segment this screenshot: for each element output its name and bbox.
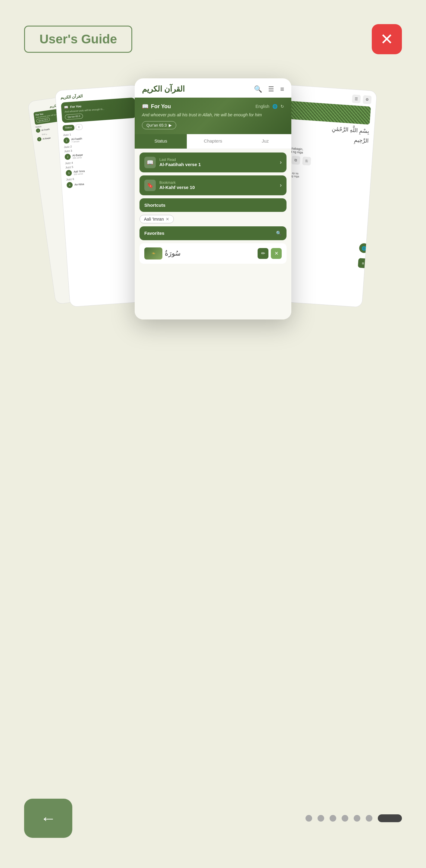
far-left-ref-btn[interactable]: Qur'an 65:3 [36,117,50,123]
surah-icon: ❧ [152,250,156,256]
dot-1[interactable] [305,815,312,822]
dot-5[interactable] [354,815,360,822]
favorites-label: Favorites [144,230,164,236]
left-card-num-4: 4 [67,182,73,188]
dot-3[interactable] [330,815,336,822]
language-label: English [256,104,269,109]
globe-icon: 🌐 [272,104,277,109]
left-card-item-2-text: Al-Baqar 286 verse [72,153,83,159]
tab-chapters[interactable]: Chapters [187,134,239,149]
dot-4[interactable] [342,815,348,822]
far-left-chapter-2: Al-Baqar [42,136,51,140]
far-left-num-1: 1 [36,128,40,133]
surah-content: ❧ سُورَةُ [144,247,181,259]
users-guide-button[interactable]: User's Guide [24,26,132,53]
bookmark-icon: 🔖 [144,180,156,191]
bookmark-label: Bookmark [159,181,195,185]
last-read-card[interactable]: 📖 Last Read Al-Faatihah verse 1 › [139,153,287,173]
tab-status[interactable]: Status [135,134,187,149]
right-card-icon-1[interactable]: ☰ [352,94,361,103]
tag-chip-row: Aali 'Imran ✕ [139,215,287,223]
refresh-icon[interactable]: ↻ [281,104,284,109]
left-card-ref-btn[interactable]: Qur'an 65:3 [65,113,83,120]
left-card-num-3: 3 [66,170,72,176]
for-you-right: English 🌐 ↻ [256,104,284,109]
for-you-label: For You [151,103,171,110]
shortcuts-label: Shortcuts [144,203,165,208]
left-card-num-2: 2 [64,154,71,160]
book-icon: 📖 [142,103,149,110]
surah-actions: ✏ ✕ [258,248,282,259]
bookmark-left: 🔖 Bookmark Al-Kahf verse 10 [144,180,195,191]
right-card-icon-2[interactable]: ⚙ [363,95,372,104]
left-card-for-you-label: For You [70,104,81,109]
shortcuts-section: Shortcuts [139,198,287,212]
bookmark-info: Bookmark Al-Kahf verse 10 [159,181,195,190]
for-you-verse: And whoever puts all his trust in Allah,… [142,112,284,118]
dot-7-active[interactable] [378,814,402,822]
right-card-action-2[interactable]: ⧉ [291,156,300,165]
left-card-tab-c[interactable]: C [75,124,83,130]
right-card-bottom: Jibreel ng papuri ay sa ng lahat ng mga [280,166,366,183]
back-icon: ← [40,809,56,827]
back-button[interactable]: ← [24,799,72,838]
surah-card: ❧ سُورَةُ ✏ ✕ [139,243,287,264]
tag-remove-button[interactable]: ✕ [166,217,169,221]
favorites-section: Favorites 🔍 [139,226,287,240]
dot-6[interactable] [366,815,372,822]
surah-ornament: ❧ [144,247,162,259]
right-card-globe-btn[interactable]: 🌐 [359,243,369,253]
quran-ref-label: Qur'an 65:3 [146,123,167,127]
left-card-tab-status[interactable]: Status [62,124,74,131]
left-card-num-1: 1 [63,137,70,144]
list-icon[interactable]: ☰ [268,85,274,93]
main-card-header: القرآن الكريم 🔍 ☰ ≡ [135,79,291,98]
dot-2[interactable] [318,815,324,822]
for-you-header: 📖 For You English 🌐 ↻ [142,103,284,110]
close-button[interactable]: ✕ [372,24,402,54]
favorites-search-icon[interactable]: 🔍 [276,230,282,236]
bookmark-value: Al-Kahf verse 10 [159,185,195,190]
pagination-dots [305,814,402,822]
last-read-label: Last Read [159,158,201,162]
tab-juz[interactable]: Juz [239,134,291,149]
last-read-value: Al-Faatihah verse 1 [159,162,201,167]
tag-chip: Aali 'Imran ✕ [139,215,174,223]
main-card-content: 📖 Last Read Al-Faatihah verse 1 › 🔖 Book… [135,149,291,319]
right-card-pattern [284,101,371,125]
for-you-section: 📖 For You English 🌐 ↻ And whoever puts a… [135,98,291,134]
tag-label: Aali 'Imran [144,217,164,221]
left-card-item-1-text: Al-Faatih 7 verses [71,137,82,143]
bookmark-card[interactable]: 🔖 Bookmark Al-Kahf verse 10 › [139,176,287,195]
left-card-logo: القرآن الكريم [60,94,83,100]
right-card-action-3[interactable]: ⎘ [302,156,311,165]
main-card-logo: القرآن الكريم [142,84,185,94]
quran-ref-button[interactable]: Qur'an 65:3 ▶ [142,121,176,129]
right-card-list-btn[interactable]: ≡ [358,258,368,268]
last-read-chevron: › [280,159,282,165]
arrow-icon: ▶ [169,123,172,127]
surah-arabic-text: سُورَةُ [165,250,181,257]
last-read-left: 📖 Last Read Al-Faatihah verse 1 [144,157,201,168]
search-icon[interactable]: 🔍 [254,85,262,93]
far-left-num-2: 2 [37,137,41,142]
surah-close-button[interactable]: ✕ [271,248,282,259]
last-read-info: Last Read Al-Faatihah verse 1 [159,158,201,167]
last-read-icon: 📖 [144,157,156,168]
left-card-item-4-text: An-Nisa [74,183,84,186]
cards-stack: القرآن الكريم For You And whoever puts w… [47,79,379,338]
tabs-row: Status Chapters Juz [135,134,291,149]
left-card-for-you: 📖 For You And whoever puts will be enoug… [61,97,136,123]
close-icon: ✕ [380,30,393,48]
surah-edit-button[interactable]: ✏ [258,248,268,259]
header: User's Guide ✕ [0,24,426,54]
left-card-book-icon: 📖 [64,105,69,110]
for-you-title: 📖 For You [142,103,171,110]
far-left-chapter-1: Al-Faatih [41,128,50,131]
left-card-item-3-text: Aali 'Imra 200 verse [73,169,85,176]
bookmark-chevron: › [280,182,282,188]
menu-icon[interactable]: ≡ [280,85,284,93]
main-card-icons: 🔍 ☰ ≡ [254,85,284,93]
main-card: القرآن الكريم 🔍 ☰ ≡ 📖 For You English 🌐 … [135,79,291,319]
bottom-navigation: ← [0,799,426,838]
